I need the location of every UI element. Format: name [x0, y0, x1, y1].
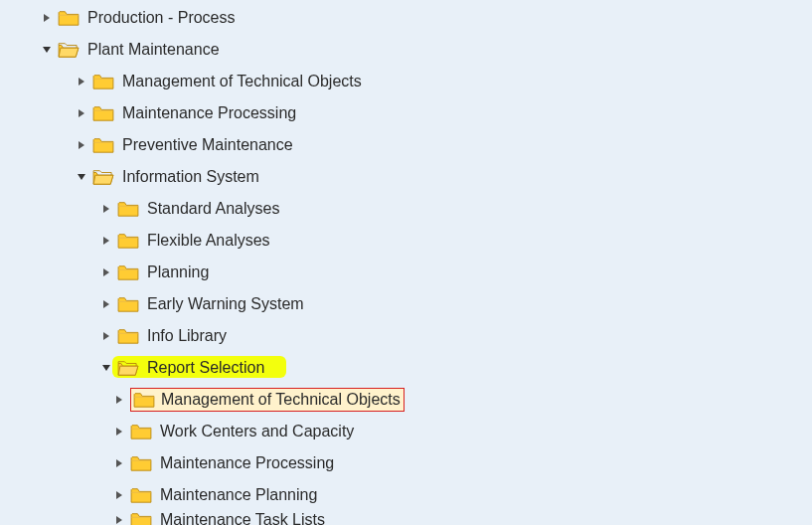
tree-node-pm-mp[interactable]: Maintenance Processing — [0, 97, 812, 129]
tree-node-flex-analyses[interactable]: Flexible Analyses — [0, 225, 812, 257]
tree-node-pm-pm[interactable]: Preventive Maintenance — [0, 129, 812, 161]
folder-open-icon — [58, 41, 80, 59]
folder-closed-icon — [92, 73, 114, 90]
node-label: Maintenance Planning — [158, 485, 320, 505]
expand-collapse-icon[interactable] — [99, 329, 113, 343]
tree-node-info-system[interactable]: Information System — [0, 161, 812, 193]
folder-closed-icon — [130, 511, 152, 525]
expand-collapse-icon[interactable] — [75, 106, 88, 120]
tree-node-info-library[interactable]: Info Library — [0, 320, 812, 352]
folder-open-icon — [92, 168, 114, 186]
tree-node-rs-mplan[interactable]: Maintenance Planning — [0, 479, 812, 511]
folder-closed-icon — [130, 423, 152, 440]
folder-closed-icon — [117, 232, 139, 250]
nav-tree: Production - Process Plant Maintenance M… — [0, 0, 812, 525]
tree-node-planning[interactable]: Planning — [0, 257, 812, 288]
folder-closed-icon — [117, 295, 139, 313]
node-label: Early Warning System — [145, 294, 307, 314]
tree-node-std-analyses[interactable]: Standard Analyses — [0, 193, 812, 225]
folder-closed-icon — [58, 9, 80, 27]
node-label: Production - Process — [85, 8, 239, 28]
expand-collapse-icon[interactable] — [75, 170, 88, 184]
node-label: Work Centers and Capacity — [158, 422, 357, 441]
node-label: Maintenance Task Lists — [158, 511, 328, 525]
tree-node-rs-wcc[interactable]: Work Centers and Capacity — [0, 416, 812, 447]
node-label: Information System — [120, 167, 262, 187]
folder-closed-icon — [130, 454, 152, 472]
expand-collapse-icon[interactable] — [112, 513, 126, 525]
expand-collapse-icon[interactable] — [112, 488, 126, 502]
tree-node-production-process[interactable]: Production - Process — [0, 2, 812, 34]
node-label: Management of Technical Objects — [120, 72, 365, 91]
tree-node-plant-maintenance[interactable]: Plant Maintenance — [0, 34, 812, 66]
expand-collapse-icon[interactable] — [112, 393, 126, 407]
folder-open-icon — [117, 359, 139, 377]
node-label: Planning — [145, 262, 212, 282]
folder-closed-icon — [92, 136, 114, 154]
tree-node-rs-mtl[interactable]: Maintenance Task Lists — [0, 511, 812, 525]
node-label: Maintenance Processing — [158, 453, 337, 473]
tree-node-report-selection[interactable]: Report Selection — [0, 352, 812, 384]
folder-closed-icon — [117, 327, 139, 345]
expand-collapse-icon[interactable] — [75, 138, 88, 152]
node-label: Plant Maintenance — [85, 40, 223, 60]
tree-node-ews[interactable]: Early Warning System — [0, 288, 812, 320]
node-label: Preventive Maintenance — [120, 135, 296, 155]
expand-collapse-icon[interactable] — [40, 43, 54, 57]
expand-collapse-icon[interactable] — [99, 297, 113, 311]
node-label: Report Selection — [145, 358, 267, 378]
expand-collapse-icon[interactable] — [40, 11, 54, 25]
node-label: Maintenance Processing — [120, 103, 299, 123]
folder-closed-icon — [117, 200, 139, 218]
tree-node-pm-mto[interactable]: Management of Technical Objects — [0, 66, 812, 97]
node-label: Flexible Analyses — [145, 231, 273, 251]
folder-closed-icon — [117, 263, 139, 281]
node-label: Management of Technical Objects — [161, 391, 401, 409]
expand-collapse-icon[interactable] — [75, 75, 88, 88]
expand-collapse-icon[interactable] — [112, 456, 126, 470]
expand-collapse-icon[interactable] — [99, 202, 113, 216]
tree-node-rs-mp[interactable]: Maintenance Processing — [0, 447, 812, 479]
expand-collapse-icon[interactable] — [99, 361, 113, 375]
node-label: Info Library — [145, 326, 230, 346]
folder-closed-icon — [133, 391, 155, 409]
folder-closed-icon — [92, 104, 114, 122]
node-label: Standard Analyses — [145, 199, 282, 219]
expand-collapse-icon[interactable] — [99, 234, 113, 248]
expand-collapse-icon[interactable] — [112, 425, 126, 438]
expand-collapse-icon[interactable] — [99, 265, 113, 279]
folder-closed-icon — [130, 486, 152, 504]
tree-node-rs-mto[interactable]: Management of Technical Objects — [0, 384, 812, 416]
